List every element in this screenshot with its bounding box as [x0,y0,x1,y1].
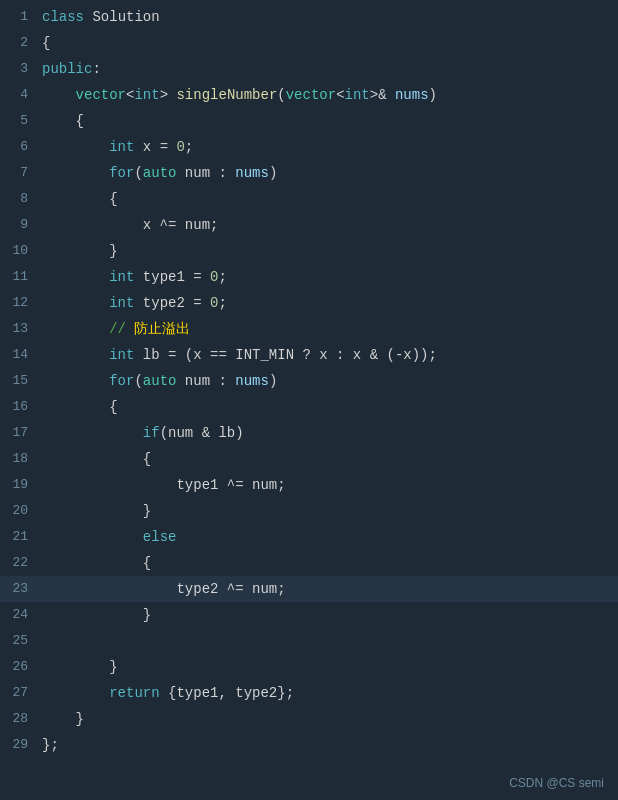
line-number-14: 14 [0,342,38,368]
code-text-27: return {type1, type2}; [38,680,618,706]
code-line-12: 12 int type2 = 0; [0,290,618,316]
code-text-12: int type2 = 0; [38,290,618,316]
code-text-3: public: [38,56,618,82]
code-line-22: 22 { [0,550,618,576]
code-text-14: int lb = (x == INT_MIN ? x : x & (-x)); [38,342,618,368]
code-text-8: { [38,186,618,212]
line-number-19: 19 [0,472,38,498]
brand-label: CSDN @CS semi [509,776,604,790]
code-line-6: 6 int x = 0; [0,134,618,160]
line-number-20: 20 [0,498,38,524]
code-line-14: 14 int lb = (x == INT_MIN ? x : x & (-x)… [0,342,618,368]
line-number-18: 18 [0,446,38,472]
line-number-8: 8 [0,186,38,212]
line-number-13: 13 [0,316,38,342]
code-text-28: } [38,706,618,732]
code-line-1: 1 class Solution [0,4,618,30]
line-number-2: 2 [0,30,38,56]
line-number-7: 7 [0,160,38,186]
code-text-13: // 防止溢出 [38,316,618,342]
code-text-10: } [38,238,618,264]
code-text-15: for(auto num : nums) [38,368,618,394]
line-number-6: 6 [0,134,38,160]
code-text-2: { [38,30,618,56]
line-number-24: 24 [0,602,38,628]
code-text-17: if(num & lb) [38,420,618,446]
code-line-26: 26 } [0,654,618,680]
code-line-19: 19 type1 ^= num; [0,472,618,498]
code-line-29: 29 }; [0,732,618,758]
code-text-20: } [38,498,618,524]
code-text-16: { [38,394,618,420]
line-number-1: 1 [0,4,38,30]
code-text-11: int type1 = 0; [38,264,618,290]
code-line-11: 11 int type1 = 0; [0,264,618,290]
code-line-25: 25 [0,628,618,654]
line-number-12: 12 [0,290,38,316]
code-line-13: 13 // 防止溢出 [0,316,618,342]
line-number-22: 22 [0,550,38,576]
line-number-15: 15 [0,368,38,394]
code-line-18: 18 { [0,446,618,472]
code-text-7: for(auto num : nums) [38,160,618,186]
line-number-10: 10 [0,238,38,264]
code-line-27: 27 return {type1, type2}; [0,680,618,706]
line-number-17: 17 [0,420,38,446]
code-line-4: 4 vector<int> singleNumber(vector<int>& … [0,82,618,108]
line-number-23: 23 [0,576,38,602]
code-text-4: vector<int> singleNumber(vector<int>& nu… [38,82,618,108]
code-line-7: 7 for(auto num : nums) [0,160,618,186]
line-number-9: 9 [0,212,38,238]
code-text-24: } [38,602,618,628]
code-line-15: 15 for(auto num : nums) [0,368,618,394]
code-text-9: x ^= num; [38,212,618,238]
line-number-11: 11 [0,264,38,290]
line-number-3: 3 [0,56,38,82]
code-text-21: else [38,524,618,550]
line-number-26: 26 [0,654,38,680]
code-line-28: 28 } [0,706,618,732]
code-line-8: 8 { [0,186,618,212]
line-number-25: 25 [0,628,38,654]
code-line-9: 9 x ^= num; [0,212,618,238]
line-number-28: 28 [0,706,38,732]
code-editor: 1 class Solution 2 { 3 public: 4 vector<… [0,0,618,800]
code-text-18: { [38,446,618,472]
code-text-29: }; [38,732,618,758]
code-line-5: 5 { [0,108,618,134]
code-text-26: } [38,654,618,680]
line-number-5: 5 [0,108,38,134]
code-text-23: type2 ^= num; [38,576,618,602]
code-text-19: type1 ^= num; [38,472,618,498]
line-number-16: 16 [0,394,38,420]
code-text-22: { [38,550,618,576]
code-line-21: 21 else [0,524,618,550]
code-line-17: 17 if(num & lb) [0,420,618,446]
code-line-20: 20 } [0,498,618,524]
line-number-27: 27 [0,680,38,706]
line-number-4: 4 [0,82,38,108]
code-line-16: 16 { [0,394,618,420]
line-number-21: 21 [0,524,38,550]
code-line-24: 24 } [0,602,618,628]
code-text-6: int x = 0; [38,134,618,160]
line-number-29: 29 [0,732,38,758]
code-line-23: 23 type2 ^= num; [0,576,618,602]
code-text-1: class Solution [38,4,618,30]
code-line-2: 2 { [0,30,618,56]
code-line-3: 3 public: [0,56,618,82]
code-text-5: { [38,108,618,134]
code-line-10: 10 } [0,238,618,264]
